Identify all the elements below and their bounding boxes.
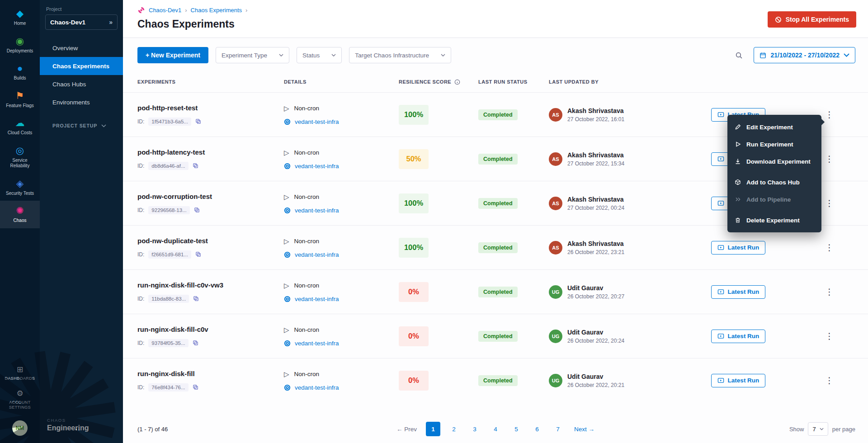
sidebar-item-security-tests[interactable]: ◈ Security Tests — [0, 174, 40, 201]
chaos-logo-icon — [137, 6, 145, 14]
infrastructure-icon — [284, 296, 291, 302]
copy-id-button[interactable] — [193, 163, 198, 169]
latest-run-button[interactable]: Latest Run — [711, 374, 766, 387]
page-number-button[interactable]: 6 — [530, 422, 544, 436]
sidebar-item-chaos[interactable]: ✺ Chaos — [0, 201, 40, 228]
next-page-button[interactable]: Next → — [571, 424, 597, 434]
module-label: Builds — [12, 75, 27, 81]
date-range-picker[interactable]: 21/10/2022 - 27/10/2022 — [754, 47, 855, 63]
experiment-name[interactable]: run-nginx-disk-fill — [137, 370, 279, 377]
schedule-play-icon: ▷ — [284, 149, 289, 157]
latest-run-button[interactable]: Latest Run — [711, 285, 766, 299]
latest-run-button[interactable]: Latest Run — [711, 330, 766, 343]
module-label: Feature Flags — [5, 103, 35, 109]
sidebar-item-cloud-costs[interactable]: ☁ Cloud Costs — [0, 113, 40, 141]
page-number-button[interactable]: 3 — [467, 422, 482, 436]
experiment-name[interactable]: pod-http-reset-test — [137, 104, 279, 112]
nav-chaos-experiments[interactable]: Chaos Experiments — [40, 57, 123, 75]
infrastructure-link[interactable]: vedant-test-infra — [284, 296, 392, 302]
menu-download-experiment[interactable]: Download Experiment — [727, 153, 821, 170]
menu-edit-experiment[interactable]: Edit Experiment — [727, 118, 821, 136]
copy-id-button[interactable] — [195, 251, 201, 257]
copy-icon — [193, 163, 198, 169]
sidebar-item-service-reliability[interactable]: ◎ Service Reliability — [0, 141, 40, 174]
schedule-type: Non-cron — [294, 105, 320, 112]
kebab-menu-button[interactable]: ⋮ — [821, 240, 837, 254]
breadcrumb-experiments-link[interactable]: Chaos Experiments — [191, 7, 248, 14]
updated-by-name: Akash Shrivastava — [567, 196, 624, 203]
filter-experiment-type[interactable]: Experiment Type — [216, 47, 289, 63]
experiment-name[interactable]: run-nginx-disk-fill-c0v — [137, 325, 279, 333]
prev-page-button[interactable]: ← Prev — [394, 424, 420, 434]
schedule-type: Non-cron — [294, 149, 320, 156]
infrastructure-link[interactable]: vedant-test-infra — [284, 118, 392, 125]
breadcrumb-project-link[interactable]: Chaos-Dev1 — [149, 7, 187, 14]
project-setup-toggle[interactable]: PROJECT SETUP — [40, 123, 123, 128]
infrastructure-link[interactable]: vedant-test-infra — [284, 207, 392, 214]
experiment-name[interactable]: pod-nw-duplicate-test — [137, 237, 279, 245]
kebab-menu-button[interactable]: ⋮ — [821, 285, 837, 299]
expand-project-icon[interactable]: » — [109, 19, 113, 26]
status-cell: Completed — [473, 109, 544, 120]
per-page-select[interactable]: 7 — [808, 422, 828, 436]
experiment-name[interactable]: run-nginx-disk-fill-c0v-vw3 — [137, 281, 279, 289]
score-cell: 0% — [392, 282, 473, 302]
kebab-menu-button[interactable]: ⋮ — [821, 152, 837, 166]
calendar-icon — [760, 52, 766, 59]
page-number-button[interactable]: 7 — [551, 422, 565, 436]
kebab-menu-button[interactable]: ⋮ — [821, 196, 837, 210]
infrastructure-link[interactable]: vedant-test-infra — [284, 340, 392, 347]
resilience-score: 100% — [399, 193, 429, 213]
nav-chaos-hubs[interactable]: Chaos Hubs — [40, 75, 123, 93]
menu-run-experiment[interactable]: Run Experiment — [727, 136, 821, 153]
kebab-menu-button[interactable]: ⋮ — [821, 373, 837, 387]
id-label: ID: — [137, 340, 144, 346]
infrastructure-link[interactable]: vedant-test-infra — [284, 163, 392, 170]
page-number-button[interactable]: 5 — [509, 422, 524, 436]
filter-target-infrastructure[interactable]: Target Chaos Infrastructure — [349, 47, 451, 63]
filter-status[interactable]: Status — [297, 47, 342, 63]
sidebar-item-deployments[interactable]: ◉ Deployments — [0, 31, 40, 59]
sidebar-item-home[interactable]: ◆ Home — [0, 4, 40, 31]
nav-overview[interactable]: Overview — [40, 39, 123, 57]
experiment-id: 93784f05-35... — [148, 339, 188, 347]
experiment-name[interactable]: pod-http-latency-test — [137, 148, 279, 156]
updated-by-name: Akash Shrivastava — [567, 240, 624, 247]
row-actions: ⋮ — [777, 285, 855, 299]
sidebar-item-builds[interactable]: ● Builds — [0, 58, 40, 86]
search-button[interactable] — [732, 49, 745, 62]
new-experiment-button[interactable]: + New Experiment — [137, 47, 208, 63]
infrastructure-icon — [284, 207, 291, 214]
experiment-name[interactable]: pod-nw-corruption-test — [137, 193, 279, 200]
copy-id-button[interactable] — [193, 296, 199, 302]
schedule-play-icon: ▷ — [284, 370, 289, 378]
avatar: UG — [549, 330, 562, 343]
project-selector[interactable]: Chaos-Dev1 » — [45, 14, 118, 30]
infrastructure-link[interactable]: vedant-test-infra — [284, 251, 392, 258]
user-avatar[interactable]: NM — [12, 420, 28, 436]
page-number-button[interactable]: 1 — [426, 422, 440, 436]
schedule-type: Non-cron — [294, 193, 320, 200]
sidebar-item-account-settings[interactable]: ⚙ ACCOUNT SETTINGS — [0, 386, 40, 415]
infrastructure-link[interactable]: vedant-test-infra — [284, 384, 392, 391]
latest-run-button[interactable]: Latest Run — [711, 241, 766, 254]
col-experiments: EXPERIMENTS — [137, 79, 279, 85]
resilience-score: 50% — [399, 149, 429, 169]
page-number-button[interactable]: 2 — [447, 422, 461, 436]
kebab-menu-button[interactable]: ⋮ — [821, 108, 837, 122]
copy-id-button[interactable] — [194, 207, 200, 213]
menu-delete-experiment[interactable]: Delete Experiment — [727, 212, 821, 229]
copy-id-button[interactable] — [195, 118, 201, 124]
menu-add-to-chaos-hub[interactable]: Add to Chaos Hub — [727, 174, 821, 191]
copy-id-button[interactable] — [193, 340, 198, 346]
info-icon[interactable] — [454, 79, 460, 85]
col-last-run-status: LAST RUN STATUS — [473, 79, 544, 85]
page-number-button[interactable]: 4 — [488, 422, 503, 436]
copy-id-button[interactable] — [193, 384, 198, 390]
stop-all-experiments-button[interactable]: Stop All Experiments — [768, 11, 856, 28]
sidebar-item-dashboards[interactable]: ⊞ DASHBOARDS — [0, 362, 40, 385]
sidebar-item-feature-flags[interactable]: ⚑ Feature Flags — [0, 86, 40, 113]
kebab-menu-button[interactable]: ⋮ — [821, 329, 837, 343]
experiment-id: 1f5471b3-6a5... — [148, 118, 191, 126]
nav-environments[interactable]: Environments — [40, 93, 123, 111]
